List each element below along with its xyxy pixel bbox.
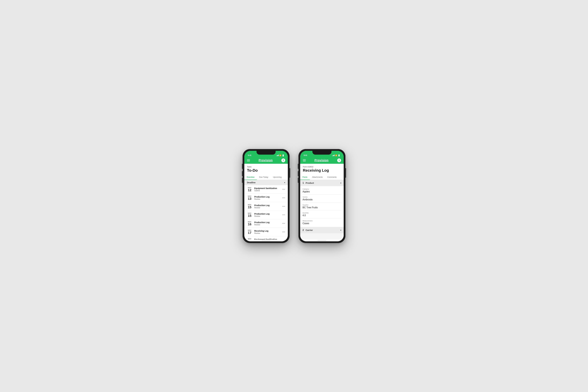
scroll-indicator-1 (262, 240, 270, 241)
form-field-value-supplier: BC Tree Fruits (302, 206, 341, 209)
task-more-icon-4[interactable]: ••• (282, 222, 285, 225)
task-name-1: Production Log (254, 196, 280, 198)
task-name-2: Production Log (254, 204, 280, 206)
status-icons-1: 📶 ▐▌ (276, 154, 284, 156)
task-info-2: Production Log Review (254, 204, 280, 209)
task-item-1[interactable]: NOV 13 Production Log Review ••• (244, 194, 288, 202)
form-section-chevron-2: ▾ (340, 229, 341, 231)
hamburger-menu-2[interactable] (303, 159, 306, 162)
task-item-3[interactable]: NOV 15 Production Log Review ••• (244, 211, 288, 219)
battery-icon-1: ▐▌ (282, 154, 284, 156)
form-field-value-category: Apples (302, 190, 341, 193)
task-info-3: Production Log Review (254, 213, 280, 217)
task-item-4[interactable]: NOV 16 Production Log Review ••• (244, 219, 288, 228)
sort-label: Deadline (247, 182, 256, 184)
task-day-2: 15 (248, 206, 251, 209)
task-info-6: Equipment Sanitization Submit (254, 238, 280, 240)
form-field-label-quantity: Quantity (302, 212, 341, 214)
tab-due-today[interactable]: Due Today (257, 174, 271, 180)
page-title-1: To-Do (247, 168, 285, 173)
tab-comments[interactable]: Comments (325, 174, 339, 180)
form-list[interactable]: 1 Product ▾ Category Apples Variety (300, 180, 344, 240)
task-item-5[interactable]: NOV 17 Receiving Log Review ••• (244, 228, 288, 236)
form-section-num-1: 1 (302, 182, 304, 184)
task-list[interactable]: NOV 12 Equipment Sanitization Submit •••… (244, 185, 288, 240)
tab-upcoming[interactable]: Upcoming (271, 174, 284, 180)
task-info-5: Receiving Log Review (254, 230, 280, 234)
phone-2-screen: 9:41 📶 ▐▌ (300, 151, 344, 241)
battery-icon-2: ▐▌ (338, 154, 340, 156)
tabs-1: Overdue Due Today Upcoming (244, 174, 288, 180)
form-section-1: 1 Product ▾ Category Apples Variety (300, 180, 344, 227)
task-more-icon-2[interactable]: ••• (282, 205, 285, 208)
form-header: Form #19032 Receiving Log (300, 164, 344, 174)
form-field-label-variety: Variety (302, 196, 341, 198)
task-name-3: Production Log (254, 213, 280, 215)
task-date-4: NOV 16 (247, 221, 252, 226)
tab-form[interactable]: Form (300, 174, 310, 180)
phone-1-screen: 9:41 📶 ▐▌ (244, 151, 288, 241)
tab-overdue[interactable]: Overdue (244, 174, 257, 180)
hamburger-menu-1[interactable] (247, 159, 250, 162)
task-more-icon-6[interactable]: ••• (282, 239, 285, 240)
task-more-icon-5[interactable]: ••• (282, 230, 285, 233)
form-section-title-1: Product (306, 182, 340, 184)
wifi-icon-2: 📶 (335, 154, 337, 156)
task-name-6: Equipment Sanitization (254, 238, 280, 240)
task-item-2[interactable]: NOV 15 Production Log Review ••• (244, 202, 288, 211)
phone-2: 9:41 📶 ▐▌ (298, 149, 346, 243)
status-time-1: 9:41 (248, 154, 251, 156)
page-header-1: Tasks To-Do (244, 164, 288, 174)
sort-bar[interactable]: Deadline ▾ (244, 180, 288, 185)
form-number: Form #19032 (303, 166, 341, 168)
task-name-4: Production Log (254, 221, 280, 224)
phone-1: 9:41 📶 ▐▌ (242, 149, 290, 243)
task-more-icon-0[interactable]: ••• (282, 188, 285, 191)
task-month-6: NOV (248, 238, 251, 240)
form-section-num-2: 2 (302, 229, 304, 232)
task-date-2: NOV 15 (247, 204, 252, 209)
form-section-header-2[interactable]: 2 Carrier ▾ (300, 227, 344, 233)
screen-content-2: Form #19032 Receiving Log Form Attachmen… (300, 164, 344, 241)
task-date-0: NOV 12 (247, 187, 252, 192)
form-field-supplier: Supplier BC Tree Fruits (302, 202, 341, 210)
task-action-0: Submit (254, 190, 280, 192)
screen-content-1: Tasks To-Do Overdue Due Today Upcoming D… (244, 164, 288, 241)
phones-container: 9:41 📶 ▐▌ (242, 149, 346, 243)
task-more-icon-3[interactable]: ••• (282, 214, 285, 216)
task-day-3: 15 (248, 214, 251, 218)
task-more-icon-1[interactable]: ••• (282, 196, 285, 199)
task-item-6[interactable]: NOV 18 Equipment Sanitization Submit ••• (244, 236, 288, 240)
nav-bar-2: Provision 1 (300, 157, 344, 164)
task-day-5: 17 (248, 231, 251, 234)
app-title-1: Provision (258, 158, 273, 162)
task-action-5: Review (254, 232, 280, 234)
task-date-1: NOV 13 (247, 196, 252, 200)
task-info-0: Equipment Sanitization Submit (254, 187, 280, 192)
form-section-header-1[interactable]: 1 Product ▾ (300, 180, 344, 186)
task-name-0: Equipment Sanitization (254, 187, 280, 190)
task-info-4: Production Log Review (254, 221, 280, 226)
notch-2 (312, 151, 332, 154)
wifi-icon-1: 📶 (279, 154, 281, 156)
task-date-5: NOV 17 (247, 230, 252, 234)
task-info-1: Production Log Review (254, 196, 280, 200)
form-field-variety: Variety Ambrosia (302, 194, 341, 202)
tabs-2: Form Attachments Comments (300, 174, 344, 180)
form-field-value-quantity: 4.0 (302, 214, 341, 217)
task-item-0[interactable]: NOV 12 Equipment Sanitization Submit ••• (244, 185, 288, 194)
form-fields-1: Category Apples Variety Ambrosia Supplie… (300, 186, 344, 227)
task-action-4: Review (254, 224, 280, 226)
task-date-6: NOV 18 (247, 238, 252, 240)
tab-attachments[interactable]: Attachments (310, 174, 325, 180)
form-field-value-variety: Ambrosia (302, 198, 341, 201)
signal-icon-1 (276, 154, 279, 156)
task-day-4: 16 (248, 223, 251, 226)
status-bar-2: 9:41 📶 ▐▌ (300, 151, 344, 157)
notch-1 (256, 151, 276, 154)
form-field-value-measurement: Cases (302, 222, 341, 225)
task-date-3: NOV 15 (247, 212, 252, 218)
app-title-2: Provision (314, 158, 328, 162)
scroll-indicator-2 (318, 240, 326, 241)
notification-badge-2: 1 (337, 158, 341, 162)
